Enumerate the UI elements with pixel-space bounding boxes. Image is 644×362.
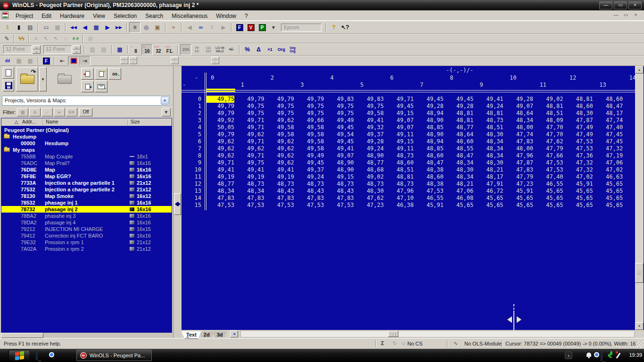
grid-column-header[interactable]: 8 <box>450 74 476 81</box>
grid-cell[interactable]: 49,28 <box>505 96 533 103</box>
grid-cell[interactable]: 45,65 <box>595 202 623 209</box>
range-icon[interactable]: #-# <box>71 34 81 43</box>
grid-cell[interactable]: 49,58 <box>296 138 324 145</box>
window-pair-icon[interactable]: ▦ <box>52 22 63 33</box>
scrollbar-thumb[interactable] <box>635 263 644 283</box>
grid-cell[interactable]: 47,49 <box>565 131 593 138</box>
bits-float-button[interactable]: ▪▪▪▪F1. <box>164 44 175 55</box>
col-mode-icon[interactable]: ⇥ <box>79 56 91 66</box>
grid-cell[interactable]: 48,30 <box>446 166 473 173</box>
map-list-item[interactable]: 76ADCMap Prail?16x16 <box>1 160 172 166</box>
grid-cell[interactable]: 49,07 <box>505 103 533 110</box>
map-list-item[interactable]: 79412Correction inj FCT BARO16x16 <box>1 232 172 239</box>
menu-selection[interactable]: Selection <box>109 12 141 20</box>
map-list-item[interactable]: 76D8EMap16x16 <box>1 166 172 173</box>
grid-cell[interactable]: 49,92 <box>206 117 234 124</box>
binoculars-icon[interactable]: ∞ <box>195 22 206 33</box>
grid-column-header[interactable]: 1 <box>240 82 267 88</box>
grid-cell[interactable]: 48,73 <box>476 117 504 124</box>
org-org-button[interactable]: OrgOrg <box>287 44 298 55</box>
grid-cell[interactable]: 47,53 <box>296 202 324 209</box>
grid-vertical-scrollbar[interactable]: ▲ ▼ <box>635 66 644 330</box>
checksum-bolt-icon[interactable]: ϟϟ <box>17 34 26 43</box>
grid-cell[interactable]: 49,45 <box>326 124 354 131</box>
minimize-button[interactable]: — <box>599 1 612 9</box>
version-overview-icon[interactable]: ▦ <box>91 22 102 33</box>
next-version-icon[interactable]: ▶ <box>102 22 113 33</box>
bits-16-button[interactable]: ▪▪16 <box>141 44 153 55</box>
grid-cell[interactable]: 49,28 <box>416 103 444 110</box>
grid-cell[interactable]: 49,45 <box>386 103 413 110</box>
sort-indicator-icon[interactable]: △ <box>15 119 18 124</box>
forward-icon[interactable]: ▶ <box>218 22 229 33</box>
delta-button[interactable]: Δ <box>253 44 264 55</box>
grid-cell[interactable]: 49,71 <box>236 138 264 145</box>
grid-cell[interactable]: 47,06 <box>595 159 623 166</box>
grid-cell[interactable]: 46,08 <box>446 195 473 202</box>
grid-cell[interactable]: 49,79 <box>236 96 264 103</box>
plug-icon[interactable]: ≈ <box>168 22 179 33</box>
grid-cell[interactable]: 48,60 <box>416 152 444 159</box>
grid-cell[interactable]: 49,45 <box>326 138 354 145</box>
grid-cell[interactable]: 48,77 <box>206 181 234 188</box>
grid-cell[interactable]: 49,75 <box>236 159 264 166</box>
splitter-collapse-handle[interactable] <box>174 193 181 215</box>
spin-up-icon[interactable]: ▲ <box>211 57 219 60</box>
grid-cell[interactable]: 47,23 <box>505 181 533 188</box>
row-height-icon[interactable]: ▤ <box>98 44 109 55</box>
grid-column-header[interactable]: 7 <box>420 82 446 88</box>
grid-cell[interactable]: 49,37 <box>296 166 324 173</box>
grid-cell[interactable]: 46,72 <box>476 188 504 195</box>
grid-cell[interactable]: 48,73 <box>296 181 324 188</box>
spin-up-icon[interactable]: ▲ <box>33 45 41 49</box>
grid-cell[interactable]: 48,73 <box>326 181 354 188</box>
map-list-item[interactable]: 78732phasage inj 216x16 <box>1 206 172 213</box>
hex-view-button[interactable]: F <box>234 22 245 33</box>
restore-button[interactable]: ▭ <box>614 1 627 9</box>
grid-row-header[interactable]: 8 <box>182 152 201 159</box>
grid-cell[interactable]: 49,07 <box>386 124 413 131</box>
previous-version-icon[interactable]: ◀ <box>79 22 91 33</box>
cursor-icon[interactable]: ↖ <box>41 34 51 43</box>
menu-miscellaneous[interactable]: Miscellaneous <box>167 12 212 20</box>
back-icon[interactable]: ◀ <box>184 22 195 33</box>
tray-expand-icon[interactable]: ‹ <box>565 352 572 359</box>
grid-cell[interactable]: 48,64 <box>446 131 473 138</box>
grid-cell[interactable]: 48,68 <box>356 166 384 173</box>
grid-cell[interactable]: 49,41 <box>326 145 354 152</box>
grid-cell[interactable]: 46,55 <box>535 181 563 188</box>
grid-cell[interactable]: 45,65 <box>446 202 473 209</box>
value-view-button[interactable]: V <box>245 22 256 33</box>
spin-down-icon[interactable]: ▼ <box>73 49 81 54</box>
grid-cell[interactable]: 49,66 <box>296 117 324 124</box>
grid-cell[interactable]: 47,62 <box>535 138 563 145</box>
menu-hardware[interactable]: Hardware <box>56 12 89 20</box>
grid-column-header[interactable]: 13 <box>599 82 626 88</box>
zoom-gray-icon[interactable]: ◎ <box>85 34 95 43</box>
grid-cell[interactable]: 48,64 <box>505 110 533 117</box>
grid-cell[interactable]: 49,54 <box>326 131 354 138</box>
grid-column-header[interactable]: 10 <box>510 74 536 81</box>
menu-search[interactable]: Search <box>141 12 167 20</box>
filter-kk-icon[interactable]: KK <box>66 108 77 116</box>
grid-cell[interactable]: 48,73 <box>266 181 294 188</box>
grid-cell[interactable]: 49,62 <box>266 152 294 159</box>
map-delete-icon[interactable]: ▦ <box>25 56 36 66</box>
grid-cell[interactable]: 46,55 <box>416 195 444 202</box>
spin-down-icon[interactable]: ▼ <box>120 60 128 64</box>
map-window-icon[interactable]: ▣ <box>152 22 163 33</box>
grid-cell[interactable]: 49,62 <box>266 145 294 152</box>
grid-cell[interactable]: 49,11 <box>386 131 413 138</box>
grid-cell[interactable]: 49,71 <box>206 159 234 166</box>
grid-cell[interactable]: 45,65 <box>535 202 563 209</box>
grid-cell[interactable]: 49,15 <box>326 173 354 181</box>
font-width-combo-spinner[interactable]: ▲▼ <box>33 45 41 54</box>
grid-cell[interactable]: 47,96 <box>505 152 533 159</box>
grid-cell[interactable]: 49,24 <box>356 145 384 152</box>
map-list-item[interactable]: 78130Map Smoke16x12 <box>1 193 172 199</box>
grid-cell[interactable]: 47,53 <box>266 202 294 209</box>
grid-cell[interactable]: 49,75 <box>326 103 354 110</box>
row-mode-icon[interactable]: ⇤ <box>57 56 68 66</box>
grid-cell[interactable]: 50,05 <box>206 124 234 131</box>
save-button[interactable] <box>3 80 14 91</box>
